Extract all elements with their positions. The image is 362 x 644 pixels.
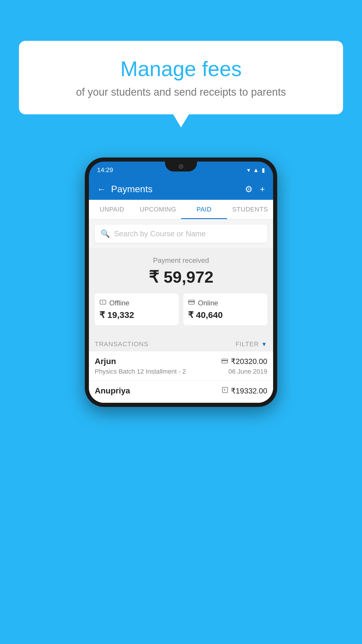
filter-icon: ▼ — [261, 341, 267, 348]
status-time: 14:29 — [97, 166, 113, 174]
payment-received-label: Payment received — [95, 256, 267, 265]
app-header: ← Payments ⚙ + — [89, 178, 273, 200]
transaction-name: Anupriya — [95, 386, 130, 396]
payment-cards: ₹ Offline ₹ 19,332 — [95, 293, 267, 325]
tab-paid[interactable]: PAID — [181, 200, 227, 219]
speech-bubble-container: Manage fees of your students and send re… — [19, 41, 343, 114]
transaction-rupee-icon: ₹ — [222, 387, 228, 395]
offline-label: Offline — [109, 299, 129, 307]
filter-button[interactable]: FILTER ▼ — [236, 340, 267, 348]
header-right: ⚙ + — [245, 184, 265, 194]
transaction-amount: ₹19332.00 — [231, 386, 267, 396]
transaction-top: Anupriya ₹ ₹19332.00 — [95, 386, 267, 396]
online-card-header: Online — [188, 299, 263, 307]
payment-total-amount: ₹ 59,972 — [95, 267, 267, 286]
svg-rect-5 — [222, 360, 228, 361]
transaction-detail: Physics Batch 12 Installment - 2 — [95, 368, 186, 375]
search-bar[interactable]: 🔍 Search by Course or Name — [95, 225, 267, 243]
settings-icon[interactable]: ⚙ — [245, 184, 253, 194]
add-icon[interactable]: + — [260, 184, 265, 194]
svg-text:₹: ₹ — [224, 388, 225, 392]
tab-students[interactable]: STUDENTS — [227, 200, 273, 219]
search-icon: 🔍 — [101, 229, 110, 238]
camera — [179, 164, 183, 169]
svg-text:₹: ₹ — [102, 301, 103, 304]
phone-screen: ← Payments ⚙ + UNPAID UPCOMING PAID — [89, 178, 273, 403]
phone-wrapper: 14:29 ▾ ▲ ▮ ← Payments ⚙ + — [85, 158, 277, 407]
tab-upcoming[interactable]: UPCOMING — [135, 200, 181, 219]
online-card: Online ₹ 40,640 — [183, 293, 267, 325]
status-icons: ▾ ▲ ▮ — [247, 167, 265, 174]
page-title: Payments — [111, 184, 152, 195]
bubble-subtitle: of your students and send receipts to pa… — [36, 86, 326, 98]
svg-rect-3 — [189, 301, 194, 302]
transaction-row[interactable]: Anupriya ₹ ₹19332.00 — [89, 381, 273, 403]
battery-icon: ▮ — [262, 167, 265, 174]
transaction-top: Arjun ₹20320.00 — [95, 357, 267, 366]
transaction-row[interactable]: Arjun ₹20320.00 Physics Batch 12 Install… — [89, 351, 273, 381]
speech-bubble: Manage fees of your students and send re… — [19, 41, 343, 114]
transaction-date: 06 June 2019 — [229, 368, 267, 375]
header-left: ← Payments — [97, 184, 152, 195]
offline-card: ₹ Offline ₹ 19,332 — [95, 293, 179, 325]
payment-received-section: Payment received ₹ 59,972 ₹ — [89, 248, 273, 335]
transaction-amount-wrap: ₹ ₹19332.00 — [222, 386, 267, 396]
filter-label: FILTER — [236, 340, 259, 348]
status-bar: 14:29 ▾ ▲ ▮ — [89, 162, 273, 178]
transactions-header: TRANSACTIONS FILTER ▼ — [89, 335, 273, 351]
search-placeholder: Search by Course or Name — [114, 229, 206, 238]
transaction-amount: ₹20320.00 — [231, 357, 267, 366]
transaction-card-icon — [222, 358, 228, 365]
back-button[interactable]: ← — [97, 184, 106, 194]
online-amount: ₹ 40,640 — [188, 310, 263, 320]
transaction-bottom: Physics Batch 12 Installment - 2 06 June… — [95, 368, 267, 375]
transaction-name: Arjun — [95, 357, 116, 366]
bubble-title: Manage fees — [36, 57, 326, 81]
phone: 14:29 ▾ ▲ ▮ ← Payments ⚙ + — [85, 158, 277, 407]
tab-unpaid[interactable]: UNPAID — [89, 200, 135, 219]
transactions-label: TRANSACTIONS — [95, 340, 148, 348]
online-icon — [188, 299, 195, 307]
online-label: Online — [198, 299, 218, 307]
transaction-amount-wrap: ₹20320.00 — [222, 357, 267, 366]
offline-icon: ₹ — [99, 299, 106, 307]
tabs: UNPAID UPCOMING PAID STUDENTS — [89, 200, 273, 219]
offline-card-header: ₹ Offline — [99, 299, 174, 307]
signal-icon: ▲ — [253, 167, 259, 174]
notch — [165, 162, 197, 172]
wifi-icon: ▾ — [247, 167, 250, 174]
offline-amount: ₹ 19,332 — [99, 310, 174, 320]
